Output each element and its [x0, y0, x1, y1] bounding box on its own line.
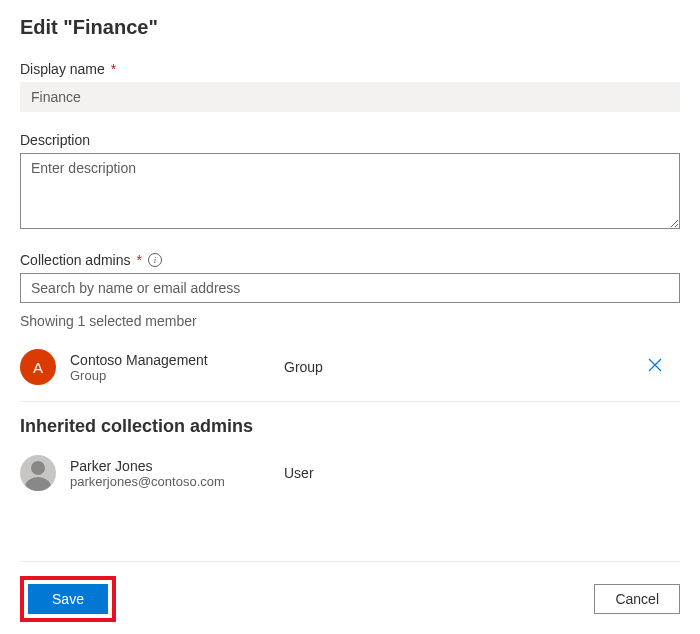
save-button[interactable]: Save [28, 584, 108, 614]
save-highlight: Save [20, 576, 116, 622]
info-icon[interactable]: i [148, 253, 162, 267]
member-name: Contoso Management [70, 352, 270, 368]
member-subtext: parkerjones@contoso.com [70, 474, 270, 489]
divider [20, 401, 680, 402]
page-title: Edit "Finance" [20, 16, 680, 39]
avatar: A [20, 349, 56, 385]
cancel-button[interactable]: Cancel [594, 584, 680, 614]
inherited-member-row: Parker Jones parkerjones@contoso.com Use… [20, 445, 680, 501]
member-subtext: Group [70, 368, 270, 383]
display-name-input[interactable] [20, 82, 680, 112]
member-name: Parker Jones [70, 458, 270, 474]
selected-count-text: Showing 1 selected member [20, 313, 680, 329]
required-indicator: * [111, 61, 116, 77]
member-row: A Contoso Management Group Group [20, 339, 680, 395]
description-label: Description [20, 132, 680, 148]
close-icon [648, 358, 662, 372]
description-textarea[interactable] [20, 153, 680, 229]
member-type: Group [284, 359, 626, 375]
inherited-admins-heading: Inherited collection admins [20, 416, 680, 437]
footer: Save Cancel [20, 561, 680, 622]
collection-admins-label: Collection admins* i [20, 252, 680, 268]
avatar [20, 455, 56, 491]
collection-admins-search-input[interactable] [20, 273, 680, 303]
required-indicator: * [137, 252, 142, 268]
display-name-label: Display name* [20, 61, 680, 77]
member-type: User [284, 465, 680, 481]
remove-member-button[interactable] [640, 354, 670, 380]
